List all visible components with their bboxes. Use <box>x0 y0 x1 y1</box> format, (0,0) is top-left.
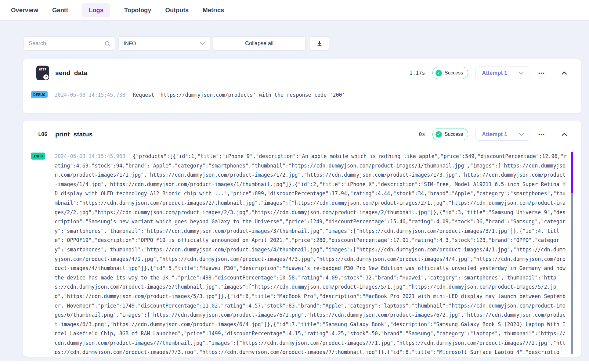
collapse-card-button[interactable] <box>560 131 568 138</box>
attempt-label: Attempt 1 <box>482 131 507 138</box>
tab-gantt[interactable]: Gantt <box>52 7 68 14</box>
log-line: 2024-05-03 14:15:45.963{"products":[{"id… <box>55 152 569 354</box>
log-output-area: INFO 2024-05-03 14:15:45.963{"products":… <box>31 152 573 354</box>
scrollbar-thumb[interactable] <box>571 152 573 193</box>
http-icon-word: HTTP <box>36 68 49 71</box>
status-label: Success <box>445 132 463 137</box>
task-card-header: HTTP ? send_data 1.17s ✓ Success Attempt… <box>31 65 573 81</box>
chevron-up-icon <box>562 71 567 75</box>
attempt-selector[interactable]: Attempt 1 <box>475 67 530 79</box>
http-task-icon: HTTP ? <box>36 66 49 80</box>
download-icon <box>316 40 323 47</box>
search-box <box>23 36 115 51</box>
task-title: send_data <box>55 69 88 77</box>
task-card-send-data: HTTP ? send_data 1.17s ✓ Success Attempt… <box>23 59 581 114</box>
tab-outputs[interactable]: Outputs <box>165 7 189 14</box>
chevron-down-icon <box>519 133 524 136</box>
chevron-down-icon <box>200 42 205 45</box>
download-button[interactable] <box>310 36 329 51</box>
log-message: Request 'https://dummyjson.com/products'… <box>133 92 345 98</box>
check-circle-icon: ✓ <box>435 131 442 138</box>
ellipsis-menu-button[interactable]: ••• <box>538 69 546 77</box>
status-badge: ✓ Success <box>432 67 468 79</box>
task-duration: 0s <box>419 131 425 137</box>
scrollbar-track <box>571 193 573 354</box>
search-icon <box>104 41 110 47</box>
task-duration: 1.17s <box>410 70 425 76</box>
tab-metrics[interactable]: Metrics <box>203 7 224 14</box>
level-filter-value: INFO <box>124 41 136 47</box>
task-card-print-status: LOG print_status 0s ✓ Success Attempt 1 … <box>23 120 581 357</box>
task-card-header: LOG print_status 0s ✓ Success Attempt 1 … <box>31 126 573 142</box>
log-level-badge: DEBUG <box>31 91 48 98</box>
ellipsis-menu-button[interactable]: ••• <box>538 130 546 139</box>
attempt-label: Attempt 1 <box>482 70 507 76</box>
collapse-all-label: Collapse all <box>245 40 273 47</box>
task-title: print_status <box>55 131 93 138</box>
attempt-selector[interactable]: Attempt 1 <box>475 128 530 141</box>
tab-overview[interactable]: Overview <box>11 7 38 14</box>
log-row: INFO 2024-05-03 14:15:45.963{"products":… <box>31 152 573 354</box>
log-timestamp: 2024-05-03 14:15:45.963 <box>55 153 125 159</box>
log-scrollbar[interactable] <box>571 152 573 354</box>
status-badge: ✓ Success <box>432 128 468 140</box>
log-message: {"products":[{"id":1,"title":"iPhone 9",… <box>55 153 567 354</box>
log-task-icon: LOG <box>36 131 49 137</box>
chevron-down-icon <box>519 71 524 75</box>
log-level-badge: INFO <box>31 153 45 160</box>
tab-logs[interactable]: Logs <box>82 3 110 17</box>
search-input[interactable] <box>29 40 104 47</box>
collapse-card-button[interactable] <box>560 70 568 77</box>
log-line: 2024-05-03 14:15:45.738Request 'https://… <box>55 90 569 100</box>
top-tab-bar: Overview Gantt Logs Topology Outputs Met… <box>0 0 589 20</box>
level-filter-select[interactable]: INFO <box>118 36 210 51</box>
tab-topology[interactable]: Topology <box>124 7 151 14</box>
log-row: DEBUG 2024-05-03 14:15:45.738Request 'ht… <box>31 90 573 100</box>
status-label: Success <box>445 70 463 76</box>
http-icon-question-mark: ? <box>43 74 49 80</box>
bottom-strip <box>0 361 589 364</box>
check-circle-icon: ✓ <box>435 70 442 76</box>
log-timestamp: 2024-05-03 14:15:45.738 <box>55 92 125 98</box>
collapse-all-button[interactable]: Collapse all <box>213 36 305 51</box>
chevron-up-icon <box>562 133 567 136</box>
